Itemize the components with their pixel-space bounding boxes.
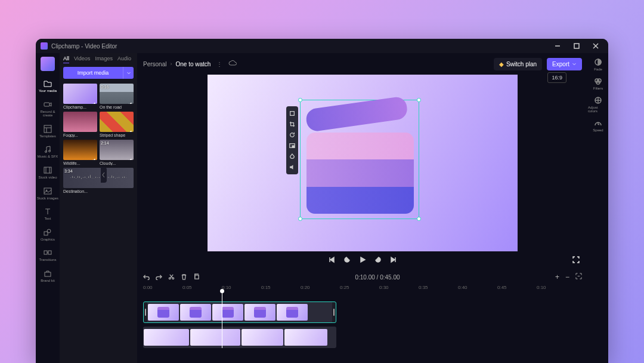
briefcase-icon <box>44 269 52 278</box>
project-menu-button[interactable]: ⋮ <box>214 61 225 67</box>
text-icon <box>44 207 52 216</box>
zoom-out-button[interactable]: − <box>565 273 569 281</box>
diamond-icon: ◆ <box>499 61 504 67</box>
media-item[interactable]: 0:16 On the road <box>100 84 134 109</box>
svg-rect-18 <box>48 251 51 254</box>
timeline-clip[interactable]: Clipchamp icon <box>143 302 336 323</box>
breadcrumb-project[interactable]: One to watch <box>175 61 210 67</box>
svg-rect-4 <box>44 103 49 106</box>
svg-rect-22 <box>292 146 294 147</box>
rail-brand-kit[interactable]: Brand kit <box>36 267 59 285</box>
maximize-button[interactable] <box>569 39 584 53</box>
breadcrumb-root[interactable]: Personal <box>143 61 166 67</box>
pip-button[interactable] <box>286 140 298 151</box>
zoom-in-button[interactable]: + <box>555 273 559 281</box>
close-button[interactable] <box>588 39 603 53</box>
aspect-ratio-badge[interactable]: 16:9 <box>547 72 566 83</box>
media-item[interactable]: Striped shape <box>100 112 134 137</box>
rail-stock-video[interactable]: Stock video <box>36 164 59 182</box>
rail-stock-images[interactable]: Stock images <box>36 184 59 203</box>
resize-handle[interactable] <box>417 98 421 102</box>
svg-point-16 <box>47 229 51 233</box>
rail-music[interactable]: Music & SFX <box>36 143 59 161</box>
rail-record[interactable]: Record & create <box>36 98 59 120</box>
app-logo-icon <box>41 42 48 50</box>
svg-rect-10 <box>44 167 51 173</box>
timeline-ruler[interactable]: 0:00 0:05 0:10 0:15 0:20 0:25 0:30 0:35 … <box>143 285 582 293</box>
selection-box[interactable] <box>300 100 419 219</box>
import-media-dropdown[interactable] <box>123 67 134 79</box>
media-grid: Clipchamp... 0:16 On the road Foggy... S… <box>63 84 134 193</box>
tab-all[interactable]: All <box>63 56 69 63</box>
step-forward-button[interactable] <box>374 255 382 266</box>
resize-handle[interactable] <box>417 217 421 221</box>
duplicate-button[interactable] <box>193 273 200 281</box>
export-button[interactable]: Export <box>547 58 582 70</box>
media-item[interactable]: Clipchamp... <box>63 84 97 109</box>
media-tabs: All Videos Images Audio <box>63 56 134 63</box>
editor-main: Personal › One to watch ⋮ ◆ Switch plan … <box>137 53 588 363</box>
media-item[interactable]: Wildlife... <box>63 140 97 165</box>
image-icon <box>44 187 52 195</box>
collapse-panel-button[interactable] <box>101 167 107 183</box>
rail-transitions[interactable]: Transitions <box>36 246 59 264</box>
rail-graphics[interactable]: Graphics <box>36 226 59 244</box>
media-item[interactable]: 2:14 Cloudy... <box>100 140 134 165</box>
rail-templates[interactable]: Templates <box>36 122 59 141</box>
left-nav-rail: Your media Record & create Templates Mus… <box>36 53 60 363</box>
right-tools-rail: Fade Filters Adjust colors Speed <box>588 53 608 363</box>
svg-rect-1 <box>574 44 579 48</box>
switch-plan-button[interactable]: ◆ Switch plan <box>494 58 542 70</box>
film-icon <box>44 166 52 174</box>
delete-button[interactable] <box>181 273 187 281</box>
folder-icon <box>44 79 52 88</box>
import-media-button[interactable]: Import media <box>63 67 123 79</box>
undo-button[interactable] <box>143 273 150 281</box>
svg-rect-5 <box>44 125 51 133</box>
clip-trim-handle[interactable] <box>332 302 336 322</box>
audio-mute-button[interactable] <box>286 162 298 173</box>
clip-trim-handle[interactable] <box>144 302 147 322</box>
svg-point-9 <box>49 150 51 152</box>
opacity-button[interactable] <box>286 151 298 162</box>
rotate-button[interactable] <box>286 130 298 140</box>
player-controls <box>137 251 588 269</box>
tab-videos[interactable]: Videos <box>74 56 90 63</box>
playhead[interactable] <box>222 291 222 348</box>
clapperboard-graphic <box>306 106 414 214</box>
chevron-right-icon: › <box>170 61 172 67</box>
tab-images[interactable]: Images <box>95 56 113 63</box>
resize-handle[interactable] <box>298 98 302 102</box>
step-back-button[interactable] <box>343 255 351 266</box>
preview-canvas[interactable]: 16:9 <box>208 75 518 251</box>
timeline[interactable]: 0:00 0:05 0:10 0:15 0:20 0:25 0:30 0:35 … <box>137 285 588 363</box>
svg-rect-20 <box>290 112 295 116</box>
rail-text[interactable]: Text <box>36 205 59 223</box>
fullscreen-button[interactable] <box>572 255 580 266</box>
rail-your-media[interactable]: Your media <box>36 77 59 96</box>
music-icon <box>44 145 52 153</box>
skip-forward-button[interactable] <box>390 255 397 266</box>
adjust-colors-tool[interactable]: Adjust colors <box>588 96 608 113</box>
zoom-fit-button[interactable] <box>575 273 582 281</box>
tab-audio[interactable]: Audio <box>117 56 131 63</box>
minimize-button[interactable] <box>550 39 565 53</box>
resize-handle[interactable] <box>298 217 302 221</box>
split-button[interactable] <box>168 273 175 281</box>
app-window: Clipchamp - Video Editor Your media Reco… <box>36 39 608 363</box>
filters-tool[interactable]: Filters <box>593 77 603 90</box>
timecode: 0:10.00 / 0:45.00 <box>206 274 549 281</box>
topbar: Personal › One to watch ⋮ ◆ Switch plan … <box>137 53 588 75</box>
transform-button[interactable] <box>286 108 298 119</box>
skip-back-button[interactable] <box>328 255 335 266</box>
svg-rect-25 <box>195 275 199 278</box>
play-button[interactable] <box>359 255 366 266</box>
redo-button[interactable] <box>156 273 162 281</box>
speed-tool[interactable]: Speed <box>593 119 603 132</box>
media-item[interactable]: Foggy... <box>63 112 97 137</box>
cloud-sync-icon[interactable] <box>228 59 237 69</box>
timeline-clip[interactable] <box>143 327 336 348</box>
fade-tool[interactable]: Fade <box>594 58 602 71</box>
crop-button[interactable] <box>286 119 298 130</box>
media-item[interactable]: 3:34 Destination... <box>63 168 134 193</box>
